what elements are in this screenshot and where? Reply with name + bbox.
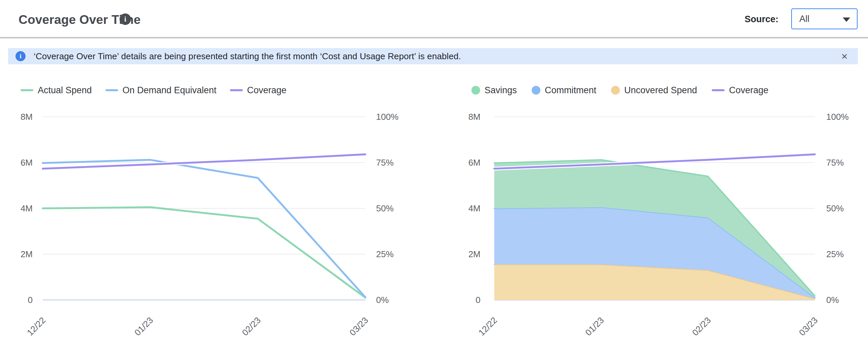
savings-swatch [471, 86, 480, 95]
y-axis-left-tick: 6M [468, 158, 480, 168]
legend-item-actual-spend[interactable]: Actual Spend [21, 85, 92, 96]
coverage-area-chart[interactable]: 8M100%6M75%4M50%2M25%00%12/2201/2302/230… [458, 111, 868, 342]
info-banner: i ‘Coverage Over Time’ details are being… [8, 48, 858, 64]
legend-item-uncovered-spend[interactable]: Uncovered Spend [611, 85, 697, 96]
legend-item-on-demand-equivalent[interactable]: On Demand Equivalent [105, 85, 217, 96]
x-axis-tick: 03/23 [347, 315, 370, 338]
chevron-down-icon [843, 18, 850, 22]
legend-item-savings[interactable]: Savings [471, 85, 517, 96]
on-demand-equivalent-swatch [105, 89, 118, 91]
series-actual-spend-line[interactable] [43, 207, 365, 298]
banner-info-icon: i [16, 51, 26, 61]
y-axis-right-tick: 25% [376, 249, 394, 259]
y-axis-right-tick: 75% [826, 158, 844, 168]
legend-item-coverage[interactable]: Coverage [230, 85, 286, 96]
info-icon[interactable]: i [120, 13, 131, 25]
uncovered-spend-swatch [611, 86, 620, 95]
y-axis-right-tick: 0% [826, 295, 839, 305]
banner-close-button[interactable]: × [838, 50, 850, 62]
coverage-swatch [230, 89, 243, 91]
x-axis-tick: 03/23 [797, 315, 819, 338]
actual-spend-swatch [21, 89, 33, 91]
y-axis-left-tick: 0 [28, 295, 33, 305]
y-axis-right-tick: 25% [826, 249, 844, 259]
coverage-swatch [712, 89, 724, 91]
y-axis-left-tick: 2M [468, 249, 480, 259]
legend-item-coverage[interactable]: Coverage [712, 85, 768, 96]
y-axis-left-tick: 0 [476, 295, 480, 305]
commitment-swatch [532, 86, 540, 95]
y-axis-right-tick: 0% [376, 295, 389, 305]
series-on-demand-equivalent-line[interactable] [43, 160, 365, 297]
y-axis-right-tick: 75% [376, 158, 394, 168]
y-axis-left-tick: 6M [21, 158, 33, 168]
x-axis-tick: 02/23 [240, 315, 262, 338]
source-dropdown-value: All [799, 14, 809, 24]
chart-svg: 8M100%6M75%4M50%2M25%00%12/2201/2302/230… [13, 111, 417, 342]
legend-label: Coverage [729, 85, 768, 96]
legend-label: Commitment [545, 85, 596, 96]
coverage-line-chart[interactable]: 8M100%6M75%4M50%2M25%00%12/2201/2302/230… [13, 111, 417, 342]
legend-line-chart: Actual SpendOn Demand EquivalentCoverage [21, 84, 286, 96]
y-axis-right-tick: 100% [826, 112, 849, 122]
legend-label: Actual Spend [38, 85, 92, 96]
legend-area-chart: SavingsCommitmentUncovered SpendCoverage [471, 84, 768, 96]
header-divider [0, 37, 868, 38]
x-axis-tick: 01/23 [583, 315, 606, 338]
x-axis-tick: 12/22 [25, 315, 48, 338]
y-axis-left-tick: 4M [468, 203, 480, 213]
y-axis-right-tick: 50% [826, 203, 844, 213]
legend-label: Uncovered Spend [624, 85, 697, 96]
source-dropdown[interactable]: All [791, 8, 858, 29]
banner-text: ‘Coverage Over Time’ details are being p… [34, 51, 461, 62]
source-label: Source: [744, 14, 778, 25]
y-axis-right-tick: 100% [376, 112, 399, 122]
x-axis-tick: 12/22 [476, 315, 499, 338]
y-axis-right-tick: 50% [376, 203, 394, 213]
chart-svg: 8M100%6M75%4M50%2M25%00%12/2201/2302/230… [458, 111, 868, 342]
x-axis-tick: 01/23 [132, 315, 155, 338]
legend-label: Coverage [247, 85, 286, 96]
x-axis-tick: 02/23 [690, 315, 713, 338]
legend-label: Savings [485, 85, 517, 96]
y-axis-left-tick: 8M [468, 112, 480, 122]
y-axis-left-tick: 4M [21, 203, 33, 213]
legend-item-commitment[interactable]: Commitment [532, 85, 596, 96]
y-axis-left-tick: 8M [21, 112, 33, 122]
y-axis-left-tick: 2M [21, 249, 33, 259]
legend-label: On Demand Equivalent [123, 85, 217, 96]
coverage-over-time-panel: { "header": { "title": "Coverage Over Ti… [0, 0, 868, 342]
